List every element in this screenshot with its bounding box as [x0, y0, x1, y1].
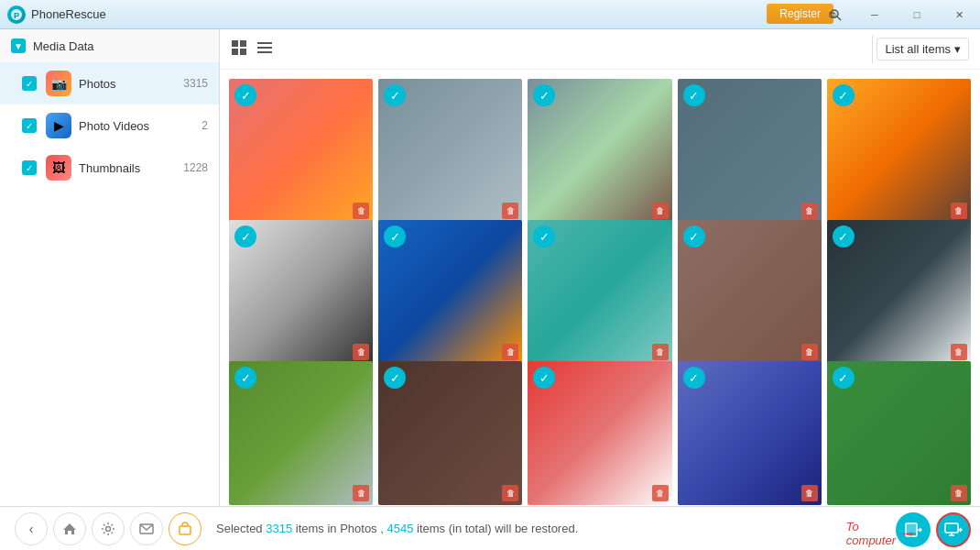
photo-check-icon: ✓: [384, 367, 406, 389]
photo-item[interactable]: ✓ 🗑: [528, 220, 671, 364]
list-view-button[interactable]: [256, 39, 273, 60]
photos-count: 3315: [183, 77, 208, 90]
photo-check-icon: ✓: [683, 84, 705, 106]
photo-delete-icon[interactable]: 🗑: [951, 344, 967, 360]
photo-delete-icon[interactable]: 🗑: [951, 485, 967, 501]
mail-nav-button[interactable]: [130, 512, 163, 545]
videos-checkbox[interactable]: ✓: [22, 118, 37, 133]
photo-videos-label: Photo Videos: [79, 119, 194, 133]
photo-item[interactable]: ✓ 🗑: [827, 220, 971, 364]
window-controls: ⧉ ─ □ ✕: [811, 0, 980, 29]
photo-check-icon: ✓: [833, 226, 855, 248]
photo-item[interactable]: ✓ 🗑: [528, 361, 671, 505]
sidebar-item-photo-videos[interactable]: ✓ ▶ Photo Videos 2: [0, 104, 219, 147]
home-nav-button[interactable]: [53, 512, 86, 545]
photo-delete-icon[interactable]: 🗑: [502, 344, 518, 360]
photo-delete-icon[interactable]: 🗑: [801, 203, 818, 219]
bag-nav-button[interactable]: [169, 512, 201, 545]
main-container: ▼ Media Data ✓ 📷 Photos 3315 ✓ ▶ Photo V…: [0, 29, 980, 506]
svg-rect-7: [240, 49, 246, 55]
nav-buttons: ‹: [15, 512, 201, 545]
svg-marker-11: [63, 523, 76, 534]
svg-text:P: P: [14, 11, 19, 20]
photo-item[interactable]: ✓ 🗑: [827, 361, 971, 505]
action-buttons: To computer →: [896, 512, 971, 547]
photo-item[interactable]: ✓ 🗑: [827, 79, 971, 223]
photo-delete-icon[interactable]: 🗑: [353, 485, 369, 501]
photo-delete-icon[interactable]: 🗑: [502, 485, 518, 501]
status-text: Selected 3315 items in Photos , 4545 ite…: [216, 522, 578, 535]
photo-check-icon: ✓: [683, 367, 705, 389]
grid-view-button[interactable]: [231, 39, 247, 60]
photo-item[interactable]: ✓ 🗑: [678, 220, 822, 364]
app-title: PhoneRescue: [31, 7, 106, 21]
photo-check-icon: ✓: [683, 226, 705, 248]
photo-delete-icon[interactable]: 🗑: [652, 485, 669, 501]
photo-check-icon: ✓: [234, 84, 256, 106]
thumbnails-count: 1228: [183, 161, 208, 174]
back-nav-button[interactable]: ‹: [15, 512, 48, 545]
statusbar: ‹ Selected 3315 items in Photos , 4545 i…: [0, 506, 980, 550]
svg-point-12: [106, 526, 111, 531]
toolbar-right: List all items ▾: [872, 36, 969, 63]
titlebar: P PhoneRescue Register ⧉ ─ □ ✕: [0, 0, 980, 29]
selected-count: 3315: [266, 522, 292, 535]
photo-videos-count: 2: [201, 119, 208, 132]
to-computer-label: To computer →: [846, 520, 916, 547]
toolbar-divider: [872, 36, 873, 63]
settings-nav-button[interactable]: [92, 512, 125, 545]
photo-delete-icon[interactable]: 🗑: [652, 344, 669, 360]
thumbs-checkbox[interactable]: ✓: [22, 160, 37, 175]
photo-check-icon: ✓: [384, 84, 406, 106]
photo-item[interactable]: ✓ 🗑: [378, 220, 522, 364]
photo-item[interactable]: ✓ 🗑: [378, 79, 522, 223]
photo-delete-icon[interactable]: 🗑: [353, 344, 369, 360]
svg-rect-5: [240, 40, 246, 47]
content-toolbar: List all items ▾: [220, 29, 980, 70]
svg-rect-18: [945, 523, 958, 533]
photo-delete-icon[interactable]: 🗑: [652, 203, 669, 219]
close-button[interactable]: ✕: [938, 0, 980, 29]
photo-item[interactable]: ✓ 🗑: [229, 79, 373, 223]
svg-rect-10: [257, 51, 272, 53]
arrow-icon: →: [899, 524, 916, 544]
photo-item[interactable]: ✓ 🗑: [528, 79, 671, 223]
svg-rect-14: [180, 526, 191, 534]
svg-rect-6: [232, 49, 238, 55]
sidebar-item-thumbnails[interactable]: ✓ 🖼 Thumbnails 1228: [0, 147, 219, 189]
photo-delete-icon[interactable]: 🗑: [801, 485, 818, 501]
photos-label: Photos: [79, 77, 176, 91]
svg-rect-9: [257, 47, 272, 49]
list-all-button[interactable]: List all items ▾: [877, 38, 969, 60]
list-all-label: List all items: [885, 42, 951, 56]
list-all-chevron-icon: ▾: [954, 42, 961, 56]
thumbnails-icon: 🖼: [46, 155, 71, 181]
sidebar: ▼ Media Data ✓ 📷 Photos 3315 ✓ ▶ Photo V…: [0, 29, 220, 506]
photo-grid: ✓ 🗑 ✓ 🗑 ✓ 🗑 ✓ 🗑 ✓ 🗑 ✓ 🗑 ✓ 🗑 ✓ 🗑 ✓ 🗑 ✓ 🗑: [220, 70, 980, 506]
photo-delete-icon[interactable]: 🗑: [353, 203, 369, 219]
photo-item[interactable]: ✓ 🗑: [678, 79, 822, 223]
photo-item[interactable]: ✓ 🗑: [378, 361, 522, 505]
thumbnails-label: Thumbnails: [79, 161, 176, 175]
svg-rect-4: [232, 40, 238, 47]
sidebar-header: ▼ Media Data: [0, 29, 219, 62]
maximize-button[interactable]: □: [896, 0, 938, 29]
photos-checkbox[interactable]: ✓: [22, 76, 37, 91]
photo-item[interactable]: ✓ 🗑: [229, 220, 373, 364]
to-computer-button[interactable]: [936, 512, 971, 547]
minimize-button[interactable]: ─: [854, 0, 896, 29]
photo-check-icon: ✓: [384, 226, 406, 248]
photo-delete-icon[interactable]: 🗑: [801, 344, 818, 360]
photo-item[interactable]: ✓ 🗑: [678, 361, 822, 505]
photo-check-icon: ✓: [833, 84, 855, 106]
photo-item[interactable]: ✓ 🗑: [229, 361, 373, 505]
restore-button[interactable]: ⧉: [811, 0, 854, 29]
photo-delete-icon[interactable]: 🗑: [502, 203, 518, 219]
svg-rect-8: [257, 42, 272, 44]
photo-delete-icon[interactable]: 🗑: [951, 203, 967, 219]
sidebar-item-photos[interactable]: ✓ 📷 Photos 3315: [0, 62, 219, 104]
photo-videos-icon: ▶: [46, 113, 71, 138]
photo-check-icon: ✓: [234, 367, 256, 389]
photo-check-icon: ✓: [234, 226, 256, 248]
media-data-checkbox[interactable]: ▼: [11, 38, 26, 53]
